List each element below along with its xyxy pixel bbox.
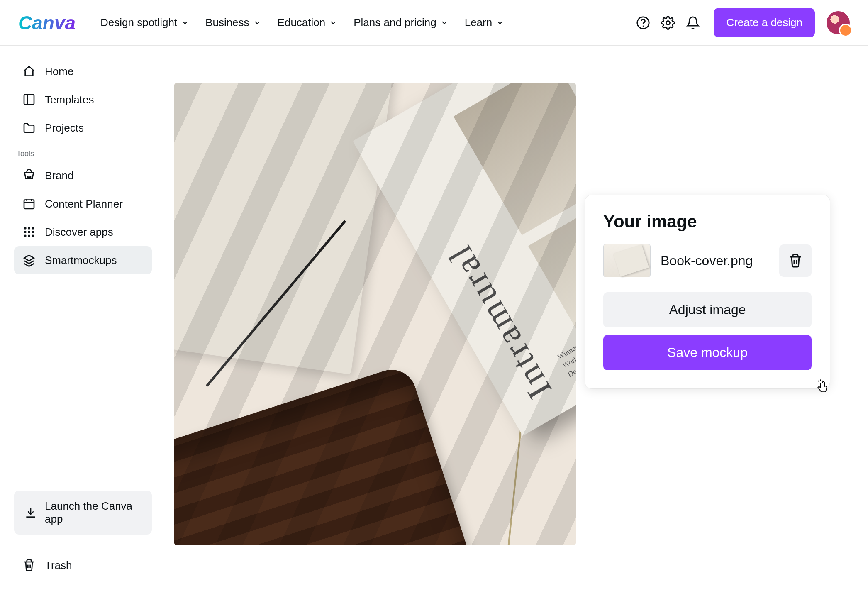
lighting-overlay <box>174 83 576 545</box>
folder-icon <box>22 121 36 134</box>
sidebar-item-label: Templates <box>45 93 94 106</box>
help-button[interactable] <box>634 14 652 32</box>
nav-label: Design spotlight <box>100 16 177 29</box>
nav-label: Plans and pricing <box>354 16 436 29</box>
svg-point-13 <box>24 231 27 233</box>
save-mockup-button[interactable]: Save mockup <box>603 335 812 370</box>
sidebar-item-projects[interactable]: Projects <box>14 114 152 142</box>
chevron-down-icon <box>254 19 261 27</box>
sidebar-item-label: Home <box>45 65 73 78</box>
logo[interactable]: Canva <box>18 12 76 34</box>
apps-grid-icon <box>22 225 36 239</box>
svg-point-12 <box>32 227 34 230</box>
sidebar-item-templates[interactable]: Templates <box>14 85 152 114</box>
your-image-panel: Your image Book-cover.png Adjust image S… <box>585 195 830 388</box>
sidebar-item-discover-apps[interactable]: Discover apps <box>14 218 152 246</box>
templates-icon <box>22 93 36 106</box>
chevron-down-icon <box>496 19 504 27</box>
svg-point-2 <box>666 21 670 24</box>
svg-point-1 <box>643 25 644 27</box>
sidebar-item-label: Content Planner <box>45 198 123 210</box>
top-nav: Canva Design spotlight Business Educatio… <box>0 0 868 46</box>
adjust-image-button[interactable]: Adjust image <box>603 292 812 327</box>
nav-education[interactable]: Education <box>278 16 337 29</box>
panel-title: Your image <box>603 212 812 232</box>
sidebar-item-label: Discover apps <box>45 226 113 239</box>
file-name: Book-cover.png <box>661 253 769 269</box>
home-icon <box>22 65 36 78</box>
sidebar-section-tools: Tools <box>14 142 152 161</box>
delete-file-button[interactable] <box>779 244 812 277</box>
sidebar: Home Templates Projects Tools Brand Cont… <box>0 46 166 591</box>
svg-point-10 <box>24 227 27 230</box>
brand-icon <box>22 169 36 182</box>
nav-design-spotlight[interactable]: Design spotlight <box>100 16 189 29</box>
account-avatar[interactable] <box>827 11 850 34</box>
svg-point-18 <box>32 234 34 237</box>
chevron-down-icon <box>181 19 189 27</box>
launch-app-label: Launch the Canva app <box>45 500 142 525</box>
calendar-icon <box>22 197 36 210</box>
svg-point-16 <box>24 234 27 237</box>
settings-button[interactable] <box>659 14 677 32</box>
sidebar-item-trash[interactable]: Trash <box>14 551 152 579</box>
chevron-down-icon <box>441 19 448 27</box>
nav-learn[interactable]: Learn <box>465 16 504 29</box>
help-icon <box>636 16 650 30</box>
mockup-preview[interactable]: Intramural Winners of 2022 World Interio… <box>174 83 576 545</box>
sidebar-item-label: Trash <box>45 559 72 572</box>
svg-point-15 <box>32 231 34 233</box>
file-thumbnail[interactable] <box>603 244 651 277</box>
nav-business[interactable]: Business <box>205 16 261 29</box>
gear-icon <box>661 16 675 30</box>
sidebar-item-content-planner[interactable]: Content Planner <box>14 190 152 218</box>
workspace: Intramural Winners of 2022 World Interio… <box>166 46 868 591</box>
create-design-button[interactable]: Create a design <box>714 8 815 37</box>
sidebar-item-label: Smartmockups <box>45 254 117 267</box>
primary-nav: Design spotlight Business Education Plan… <box>100 16 504 29</box>
sidebar-item-brand[interactable]: Brand <box>14 161 152 190</box>
svg-point-14 <box>28 231 30 233</box>
sidebar-item-smartmockups[interactable]: Smartmockups <box>14 246 152 274</box>
svg-point-17 <box>28 234 30 237</box>
uploaded-file-row: Book-cover.png <box>603 244 812 277</box>
layers-icon <box>22 254 36 267</box>
nav-label: Education <box>278 16 326 29</box>
bell-icon <box>686 16 700 30</box>
chevron-down-icon <box>329 19 337 27</box>
download-icon <box>24 506 37 519</box>
nav-label: Learn <box>465 16 493 29</box>
svg-rect-3 <box>24 95 34 105</box>
sidebar-item-label: Projects <box>45 122 84 134</box>
nav-plans[interactable]: Plans and pricing <box>354 16 448 29</box>
svg-point-11 <box>28 227 30 230</box>
svg-rect-6 <box>24 200 34 209</box>
trash-icon <box>22 559 36 572</box>
sidebar-item-home[interactable]: Home <box>14 57 152 85</box>
launch-app-button[interactable]: Launch the Canva app <box>14 491 152 535</box>
sidebar-item-label: Brand <box>45 169 73 182</box>
svg-rect-5 <box>27 176 31 178</box>
nav-label: Business <box>205 16 249 29</box>
trash-icon <box>788 253 803 268</box>
notifications-button[interactable] <box>684 14 702 32</box>
